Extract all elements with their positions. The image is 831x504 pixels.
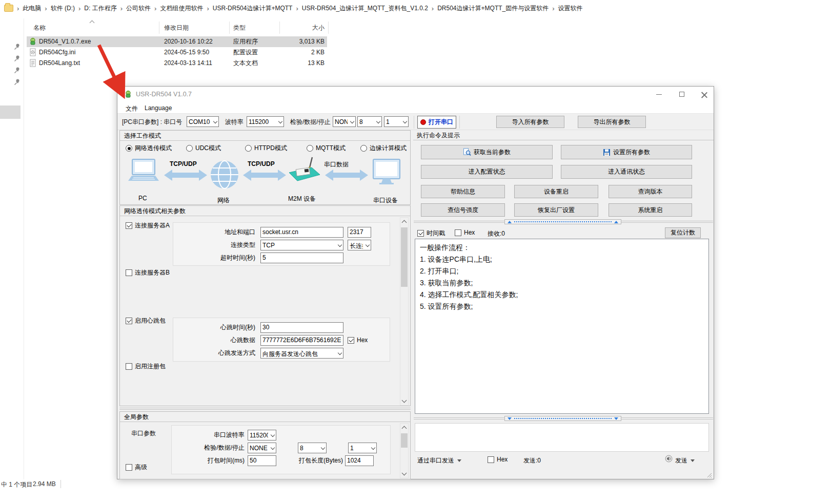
scroll-down-icon[interactable] (400, 397, 408, 405)
export-params-button[interactable]: 导出所有参数 (578, 116, 646, 128)
resize-grip[interactable] (706, 472, 712, 478)
help-button[interactable]: 帮助信息 (421, 185, 505, 198)
table-row[interactable]: DR504_V1.0.7.exe 2020-10-16 10:22 应用程序 3… (27, 36, 327, 47)
params-scrollbar[interactable] (400, 217, 409, 406)
radio-edge-computing[interactable]: 边缘计算模式 (360, 144, 407, 153)
file-type: 文本文档 (233, 58, 258, 69)
open-port-button[interactable]: 打开串口 (417, 116, 456, 129)
conn-mode-select[interactable]: 长连接 (348, 240, 371, 250)
databits-select[interactable]: 8 (357, 116, 382, 127)
send-input-area[interactable] (415, 423, 709, 452)
server-a-address-input[interactable] (260, 227, 343, 238)
scroll-thumb[interactable] (401, 433, 408, 448)
pack-len-input[interactable] (345, 455, 374, 466)
column-header-size[interactable]: 大小 (287, 23, 325, 33)
scroll-thumb[interactable] (401, 227, 408, 287)
server-a-port-input[interactable] (348, 227, 371, 238)
log-output[interactable]: 一般操作流程： 1. 设备连PC串口,上电; 2. 打开串口; 3. 获取当前参… (415, 239, 709, 414)
set-params-button[interactable]: 设置所有参数 (561, 145, 692, 159)
conn-type-select[interactable]: TCP (260, 240, 343, 250)
breadcrumb-item[interactable]: D: 工作程序 (81, 4, 119, 13)
close-button[interactable] (696, 87, 713, 102)
server-b-checkbox[interactable]: 连接服务器B (126, 268, 170, 277)
radio-mqtt[interactable]: MQTT模式 (307, 144, 346, 153)
breadcrumb-item[interactable]: 文档组使用软件 (157, 4, 206, 13)
baud-select[interactable]: 115200 (247, 116, 284, 127)
query-version-button[interactable]: 查询版本 (609, 185, 692, 198)
column-divider[interactable] (159, 22, 159, 34)
g-databits-select[interactable]: 8 (298, 443, 327, 453)
global-scrollbar[interactable] (400, 423, 409, 478)
parity-select[interactable]: NONE (333, 116, 356, 127)
enter-comm-button[interactable]: 进入通讯状态 (561, 165, 692, 179)
breadcrumb-item[interactable]: USR-DR504_边缘计算_MQTT_资料包_V1.0.2 (299, 4, 431, 13)
log-splitter-handle[interactable] (504, 219, 621, 224)
file-date: 2020-10-16 10:22 (164, 36, 213, 47)
scroll-down-icon[interactable] (400, 470, 408, 478)
g-parity-select[interactable]: NONE (248, 443, 276, 453)
panel-splitter[interactable] (119, 408, 411, 410)
advanced-checkbox[interactable]: 高级 (126, 463, 147, 472)
recv-hex-checkbox[interactable]: Hex (455, 229, 475, 236)
log-line: 2. 打开串口; (420, 265, 704, 277)
column-divider[interactable] (328, 22, 329, 34)
menu-file[interactable]: 文件 (124, 103, 140, 114)
hb-mode-select[interactable]: 向服务器发送心跳包 (260, 348, 343, 359)
get-params-button[interactable]: 获取当前参数 (421, 145, 553, 159)
breadcrumb-item[interactable]: 设置软件 (555, 4, 586, 13)
pin-icon[interactable] (13, 67, 21, 74)
maximize-button[interactable] (674, 87, 691, 102)
title-bar[interactable]: USR-DR504 V1.0.7 (117, 87, 714, 102)
pin-icon[interactable] (13, 55, 21, 62)
menu-language[interactable]: Language (143, 103, 174, 113)
send-button[interactable]: 发送 (675, 456, 695, 465)
hb-data-input[interactable] (260, 335, 343, 346)
radio-net-transparent[interactable]: 网络透传模式 (126, 144, 172, 153)
heartbeat-checkbox[interactable]: 启用心跳包 (126, 317, 166, 325)
breadcrumb-item[interactable]: USR-DR504边缘计算+MQTT (210, 4, 296, 13)
column-header-date[interactable]: 修改日期 (164, 23, 223, 33)
breadcrumb-item[interactable]: 软件 (D:) (48, 4, 78, 13)
radio-httpd[interactable]: HTTPD模式 (245, 144, 287, 153)
hb-hex-checkbox[interactable]: Hex (348, 337, 368, 344)
column-divider[interactable] (279, 22, 280, 34)
send-via-dropdown[interactable]: 通过串口发送 (417, 456, 461, 465)
signal-strength-button[interactable]: 查信号强度 (421, 203, 505, 217)
import-params-button[interactable]: 导入所有参数 (496, 116, 564, 128)
hb-time-input[interactable] (260, 322, 343, 333)
reboot-device-button[interactable]: 设备重启 (514, 185, 598, 198)
send-splitter-handle[interactable] (504, 416, 621, 421)
reset-counter-button[interactable]: 复位计数 (665, 227, 701, 238)
column-header-type[interactable]: 类型 (233, 23, 274, 33)
column-header-name[interactable]: 名称 (33, 23, 151, 33)
com-port-select[interactable]: COM10 (187, 116, 219, 127)
scroll-up-icon[interactable] (400, 424, 408, 432)
nav-pane-scroll-thumb[interactable] (0, 106, 21, 119)
server-a-checkbox[interactable]: 连接服务器A (126, 221, 170, 230)
register-checkbox[interactable]: 启用注册包 (126, 362, 166, 371)
breadcrumb-item[interactable]: 此电脑 (19, 4, 44, 13)
status-size: 2.94 MB (33, 480, 56, 488)
column-divider[interactable] (229, 22, 230, 34)
factory-reset-button[interactable]: 恢复出厂设置 (514, 203, 598, 217)
g-baud-select[interactable]: 115200 (248, 430, 276, 440)
enter-config-button[interactable]: 进入配置状态 (421, 165, 553, 179)
breadcrumb-item[interactable]: 公司软件 (123, 4, 154, 13)
system-reboot-button[interactable]: 系统重启 (609, 203, 692, 217)
table-row[interactable]: DR504Lang.txt 2024-03-13 14:11 文本文档 13 K… (27, 58, 327, 69)
table-row[interactable]: DR504Cfg.ini 2024-05-15 9:50 配置设置 2 KB (27, 47, 327, 58)
timeout-input[interactable] (260, 253, 343, 263)
stopbits-select[interactable]: 1 (384, 116, 409, 127)
timestamp-checkbox[interactable]: 时间戳 (417, 229, 445, 238)
radio-udc[interactable]: UDC模式 (186, 144, 221, 153)
pin-icon[interactable] (13, 78, 21, 86)
send-hex-checkbox[interactable]: Hex (488, 456, 508, 463)
work-mode-group: 选择工作模式 网络透传模式 UDC模式 HTTPD模式 MQTT模式 边缘计算模… (119, 130, 411, 205)
breadcrumb-item[interactable]: DR504边缘计算+MQTT_固件与设置软件 (434, 4, 552, 13)
pack-time-input[interactable] (248, 455, 276, 466)
status-bar: 中 1 个项目 2.94 MB (0, 479, 118, 490)
minimize-button[interactable] (651, 87, 668, 102)
g-stopbits-select[interactable]: 1 (348, 443, 377, 453)
scroll-up-icon[interactable] (400, 218, 408, 226)
pin-icon[interactable] (13, 43, 21, 50)
